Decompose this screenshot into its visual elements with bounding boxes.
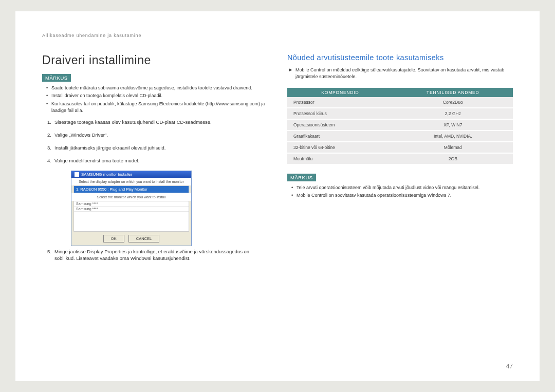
section-title-left: Draiveri installimine bbox=[42, 53, 268, 67]
note-list-left: Saate tootele määrata sobivaima eraldusv… bbox=[42, 85, 268, 115]
header-breadcrumb: Allikaseadme ühendamine ja kasutamine bbox=[42, 33, 513, 38]
note-item: Mobile Controli on soovitatav kasutada o… bbox=[292, 192, 513, 199]
table-row: Protsessori kiirus2,2 GHz bbox=[287, 108, 513, 119]
table-row: 32-bitine või 64-bitineMõlemad bbox=[287, 142, 513, 153]
table-header: KOMPONENDID bbox=[287, 88, 393, 97]
step-item: Installi jätkamiseks järgige ekraanil ol… bbox=[47, 144, 268, 151]
steps-list: Sisestage tootega kaasas olev kasutusjuh… bbox=[42, 119, 268, 164]
note-badge-left: MÄRKUS bbox=[42, 74, 71, 82]
dialog-icon bbox=[75, 172, 79, 177]
note-item: Teie arvuti operatsioonisüsteem võib mõj… bbox=[292, 184, 513, 192]
note-item: Installidraiver on tootega komplektis ol… bbox=[47, 92, 268, 100]
dialog-title-bar: SAMSUNG monitor installer bbox=[71, 171, 191, 178]
page: Allikaseadme ühendamine ja kasutamine Dr… bbox=[15, 11, 540, 381]
dialog-instruction-1: Select the display adapter on which you … bbox=[71, 178, 191, 185]
dialog-monitor-list[interactable]: Samsung **** Samsung **** bbox=[73, 201, 189, 232]
table-header: TEHNILISED ANDMED bbox=[393, 88, 513, 97]
dialog-button-row: OK CANCEL bbox=[71, 232, 191, 246]
note-list-right: Teie arvuti operatsioonisüsteem võib mõj… bbox=[287, 184, 513, 199]
dialog-selected-adapter[interactable]: 1. RADEON 9550 : Plug and Play Monitor bbox=[74, 186, 189, 193]
note-item: Saate tootele määrata sobivaima eraldusv… bbox=[47, 85, 268, 92]
left-column: Draiveri installimine MÄRKUS Saate toote… bbox=[42, 53, 268, 268]
ok-button[interactable]: OK bbox=[103, 235, 124, 242]
section-title-right: Nõuded arvutisüsteemile toote kasutamise… bbox=[287, 53, 513, 62]
spec-table: KOMPONENDID TEHNILISED ANDMED Protsessor… bbox=[287, 88, 513, 165]
table-row: GraafikakaartIntel, AMD, NVIDIA. bbox=[287, 130, 513, 142]
table-row: OperatsioonisüsteemXP, WIN7 bbox=[287, 119, 513, 130]
right-column: Nõuded arvutisüsteemile toote kasutamise… bbox=[287, 53, 513, 268]
intro-list: Mobile Control on mõeldud eelkõige sülea… bbox=[287, 67, 513, 81]
note-item: Kui kaasasolev fail on puudulik, külasta… bbox=[47, 101, 268, 115]
step-item: Valige „Windows Driver". bbox=[47, 132, 268, 138]
table-row: Muutmälu2GB bbox=[287, 153, 513, 164]
step-item: Minge jaotisse Display Properties ja kon… bbox=[47, 248, 268, 262]
dialog-instruction-2: Select the monitor which you want to ins… bbox=[71, 193, 191, 201]
steps-list-cont: Minge jaotisse Display Properties ja kon… bbox=[42, 248, 268, 262]
cancel-button[interactable]: CANCEL bbox=[128, 235, 159, 242]
dialog-title-text: SAMSUNG monitor installer bbox=[81, 172, 132, 177]
installer-dialog: SAMSUNG monitor installer Select the dis… bbox=[71, 171, 192, 246]
intro-item: Mobile Control on mõeldud eelkõige sülea… bbox=[290, 67, 513, 81]
note-badge-right: MÄRKUS bbox=[287, 174, 316, 181]
page-number: 47 bbox=[506, 363, 513, 370]
columns: Draiveri installimine MÄRKUS Saate toote… bbox=[42, 53, 513, 268]
step-item: Sisestage tootega kaasas olev kasutusjuh… bbox=[47, 119, 268, 125]
list-item[interactable]: Samsung **** bbox=[74, 201, 189, 207]
table-row: ProtsessorCore2Duo bbox=[287, 97, 513, 108]
list-item[interactable]: Samsung **** bbox=[74, 207, 189, 212]
step-item: Valige mudeliloendist oma toote mudel. bbox=[47, 157, 268, 164]
